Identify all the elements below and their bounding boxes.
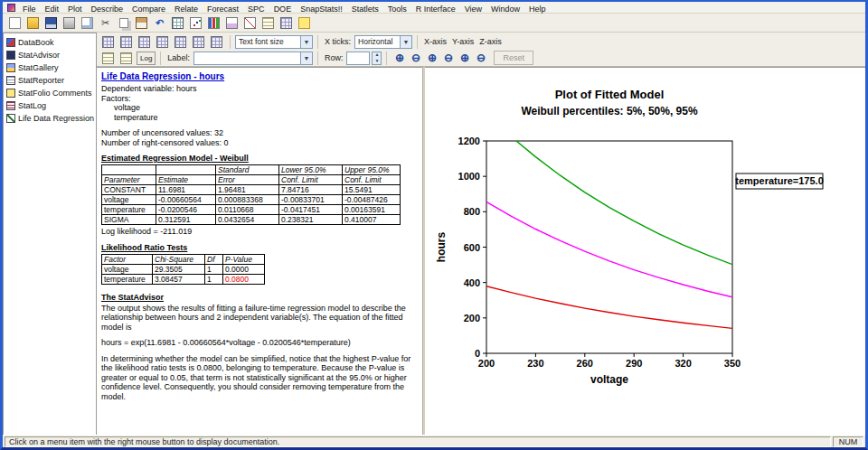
- grid-button[interactable]: [278, 14, 295, 31]
- sidebar-item-label: Life Data Regression - hou: [18, 114, 95, 123]
- zoom-in-y-button[interactable]: [424, 51, 439, 65]
- menu-edit[interactable]: Edit: [41, 5, 64, 14]
- summary-table-button[interactable]: [259, 14, 277, 31]
- label-label: Label:: [165, 53, 192, 62]
- menu-statlets[interactable]: Statlets: [347, 5, 383, 14]
- toggle-grid-button[interactable]: [99, 50, 117, 66]
- log-scale-button[interactable]: Log: [137, 52, 156, 65]
- grid-icon: [280, 17, 292, 29]
- fitted-model-pane[interactable]: Plot of Fitted ModelWeibull percentiles:…: [425, 67, 865, 435]
- menu-describe[interactable]: Describe: [87, 5, 128, 14]
- dependent-variable-line: Dependent variable: hours: [101, 84, 419, 94]
- zoom-in-x-icon: [393, 52, 405, 64]
- svg-text:320: 320: [675, 358, 691, 369]
- sidebar-item-statfolio-comments[interactable]: StatFolio Comments: [5, 87, 95, 99]
- graphics-options-button[interactable]: [154, 33, 171, 50]
- copy-button[interactable]: [115, 14, 132, 31]
- table-cell: 0.0800: [223, 274, 265, 284]
- table-cell: 7.84716: [279, 185, 343, 195]
- scatter-plot-button[interactable]: [187, 14, 204, 31]
- menu-relate[interactable]: Relate: [170, 5, 203, 14]
- svg-text:230: 230: [527, 358, 543, 369]
- text-font-size-combo[interactable]: Text font size ▼: [235, 35, 313, 49]
- sidebar-item-statgallery[interactable]: StatGallery: [5, 61, 95, 74]
- chevron-down-icon[interactable]: ▼: [300, 36, 312, 48]
- menu-help[interactable]: Help: [524, 5, 551, 14]
- zoom-out-z-button[interactable]: [473, 51, 488, 65]
- undo-button[interactable]: [151, 14, 168, 31]
- copy-graph-button[interactable]: [208, 33, 225, 50]
- menu-view[interactable]: View: [460, 5, 486, 14]
- menu-compare[interactable]: Compare: [127, 5, 170, 14]
- line-chart-button[interactable]: [241, 14, 259, 31]
- statadvisor-paragraph-2: In determining whether the model can be …: [101, 354, 420, 402]
- open-button[interactable]: [24, 14, 42, 31]
- save-graph-button[interactable]: [172, 33, 189, 50]
- sidebar-item-life-data-regression-hou[interactable]: Life Data Regression - hou: [5, 112, 95, 125]
- menu-tools[interactable]: Tools: [383, 5, 411, 14]
- table-cell: -0.00660564: [156, 195, 216, 205]
- print-button[interactable]: [61, 14, 78, 31]
- row-spinner[interactable]: ▲▼: [372, 52, 382, 65]
- databook-icon: [6, 38, 15, 47]
- comments-button[interactable]: [296, 14, 313, 31]
- spinner-down-icon[interactable]: ▼: [374, 58, 379, 64]
- menu-file[interactable]: File: [18, 5, 41, 14]
- menu-spc[interactable]: SPC: [243, 5, 269, 14]
- table-cell: [156, 165, 216, 175]
- svg-text:600: 600: [464, 242, 480, 253]
- chevron-down-icon[interactable]: ▼: [400, 36, 411, 48]
- new-button[interactable]: [6, 14, 24, 31]
- zoom-in-z-button[interactable]: [457, 51, 472, 65]
- menu-r-interface[interactable]: R Interface: [411, 5, 460, 14]
- row-input[interactable]: [346, 52, 370, 65]
- sidebar-item-statreporter[interactable]: StatReporter: [5, 74, 95, 87]
- save-button[interactable]: [42, 14, 60, 31]
- table-cell: temperature: [102, 274, 153, 284]
- regression-model-table: StandardLower 95.0%Upper 95.0%ParameterE…: [101, 164, 401, 225]
- input-dialog-button[interactable]: [99, 33, 117, 50]
- zoom-in-x-button[interactable]: [392, 51, 407, 65]
- table-cell: voltage: [102, 195, 156, 205]
- table-cell: -0.00833701: [279, 195, 343, 205]
- bar-chart-button[interactable]: [205, 14, 222, 31]
- chevron-down-icon[interactable]: ▼: [300, 52, 312, 64]
- analysis-report-pane[interactable]: Life Data Regression - hours Dependent v…: [97, 67, 422, 435]
- statgallery-icon: [6, 63, 15, 72]
- rotate-plot-button[interactable]: [118, 50, 135, 66]
- analysis-options-button[interactable]: [136, 33, 153, 50]
- print-graph-button[interactable]: [190, 33, 207, 50]
- menu-forecast[interactable]: Forecast: [203, 5, 243, 14]
- zoom-out-y-button[interactable]: [440, 51, 456, 65]
- menu-doe[interactable]: DOE: [269, 5, 297, 14]
- sidebar-item-statlog[interactable]: StatLog: [5, 99, 95, 112]
- menu-plot[interactable]: Plot: [63, 5, 87, 14]
- svg-text:1000: 1000: [458, 171, 480, 182]
- row-label: Row:: [323, 53, 345, 62]
- x-axis-label: X-axis: [422, 37, 448, 46]
- menu-snapstats[interactable]: SnapStats!!: [296, 5, 347, 14]
- line-chart-icon: [244, 17, 256, 29]
- sidebar-item-statadvisor[interactable]: StatAdvisor: [5, 49, 95, 61]
- open-icon: [27, 17, 39, 29]
- sidebar-item-databook[interactable]: DataBook: [5, 36, 95, 49]
- reset-button[interactable]: Reset: [494, 51, 533, 65]
- cut-button[interactable]: [97, 14, 114, 31]
- box-plot-button[interactable]: [223, 14, 241, 31]
- table-cell: CONSTANT: [102, 185, 156, 195]
- svg-text:voltage: voltage: [590, 373, 628, 386]
- datasheet-button[interactable]: [169, 14, 186, 31]
- table-cell: temperature: [102, 205, 156, 215]
- table-cell: SIGMA: [102, 215, 156, 225]
- paste-button[interactable]: [133, 14, 150, 31]
- preview-button[interactable]: [79, 14, 96, 31]
- label-input[interactable]: ▼: [193, 52, 313, 65]
- menu-window[interactable]: Window: [486, 5, 524, 14]
- zoom-out-x-button[interactable]: [408, 51, 423, 65]
- spinner-up-icon[interactable]: ▲: [374, 52, 379, 58]
- table-cell: 29.3505: [153, 264, 205, 274]
- xticks-combo[interactable]: Horizontal ▼: [354, 35, 412, 49]
- table-cell: 1: [205, 274, 223, 284]
- zoom-out-z-icon: [475, 52, 486, 64]
- tables-and-graphs-button[interactable]: [118, 33, 135, 50]
